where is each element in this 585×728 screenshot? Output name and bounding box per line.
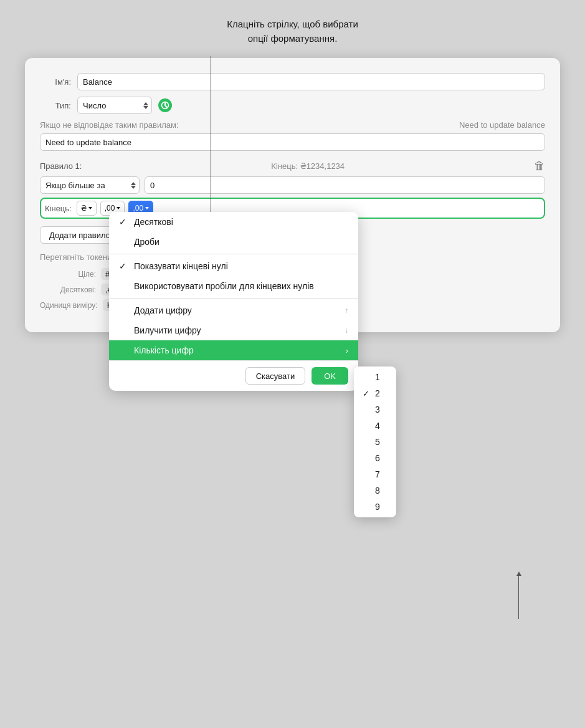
green-spinner[interactable] bbox=[158, 98, 172, 112]
check-icon-decimals: ✓ bbox=[119, 217, 130, 227]
menu-item-decimals[interactable]: ✓ Десяткові bbox=[109, 212, 358, 232]
if-not-hint: Need to update balance bbox=[459, 120, 545, 130]
delete-rule-icon[interactable]: 🗑 bbox=[534, 160, 545, 173]
condition-select[interactable]: Якщо більше за bbox=[40, 176, 140, 194]
unit-label: Одиниця виміру: bbox=[40, 301, 98, 310]
number-item-4[interactable]: 4 bbox=[354, 418, 396, 434]
decimal2-dropdown-arrow bbox=[145, 207, 149, 209]
rule-result-text: Кінець: ₴1234,1234 bbox=[271, 161, 345, 171]
currency-segment[interactable]: ₴ bbox=[77, 201, 97, 216]
number-item-7[interactable]: 7 bbox=[354, 466, 396, 482]
cond-arrow-up-icon bbox=[131, 182, 136, 185]
number-submenu: 1 ✓ 2 3 4 5 6 7 8 9 bbox=[354, 366, 396, 517]
condition-value-input[interactable] bbox=[145, 176, 545, 194]
if-not-label: Якщо не відповідає таким правилам: bbox=[40, 120, 179, 130]
type-select[interactable]: Число bbox=[77, 97, 152, 114]
name-row: Ім'я: bbox=[40, 73, 545, 90]
message-input[interactable] bbox=[40, 133, 545, 151]
menu-item-trailing-zeros[interactable]: ✓ Показувати кінцеві нулі bbox=[109, 256, 358, 276]
down-arrow-icon: ↓ bbox=[345, 326, 348, 335]
message-row bbox=[40, 133, 545, 151]
decimal1-dropdown-arrow bbox=[117, 207, 120, 209]
menu-item-spaces[interactable]: Використовувати пробіли для кінцевих нул… bbox=[109, 276, 358, 296]
decimal1-value: ,00 bbox=[105, 204, 115, 213]
up-arrow-icon: ↑ bbox=[345, 306, 348, 315]
condition-row: Якщо більше за bbox=[40, 176, 545, 194]
menu-item-add-digit[interactable]: Додати цифру ↑ bbox=[109, 300, 358, 320]
currency-dropdown-arrow bbox=[88, 207, 92, 209]
menu-item-digit-count[interactable]: Кількість цифр › bbox=[109, 340, 358, 360]
cond-arrow-down-icon bbox=[131, 186, 136, 189]
decimal-label: Десяткові: bbox=[40, 285, 96, 294]
menu-item-fractions[interactable]: Дроби bbox=[109, 232, 358, 252]
cancel-button[interactable]: Скасувати bbox=[245, 367, 306, 385]
name-label: Ім'я: bbox=[40, 77, 71, 87]
whole-label: Ціле: bbox=[40, 270, 96, 279]
condition-select-wrapper: Якщо більше за bbox=[40, 176, 140, 194]
type-row: Тип: Число bbox=[40, 97, 545, 114]
condition-select-arrows bbox=[131, 182, 136, 189]
rule-label: Правило 1: bbox=[40, 161, 82, 171]
number-item-8[interactable]: 8 bbox=[354, 482, 396, 499]
format-dropdown-menu: ✓ Десяткові Дроби ✓ Показувати кінцеві н… bbox=[109, 212, 358, 391]
name-input[interactable] bbox=[77, 73, 545, 90]
ok-button[interactable]: OK bbox=[312, 367, 348, 385]
menu-divider-1 bbox=[109, 254, 358, 254]
add-rule-button[interactable]: Додати правило bbox=[40, 226, 120, 244]
number-item-9[interactable]: 9 bbox=[354, 499, 396, 515]
type-select-wrapper: Число bbox=[77, 97, 152, 114]
number-item-5[interactable]: 5 bbox=[354, 434, 396, 450]
type-select-arrows bbox=[143, 102, 148, 109]
format-label: Кінець: bbox=[45, 204, 72, 213]
if-not-match-row: Якщо не відповідає таким правилам: Need … bbox=[40, 120, 545, 130]
arrow-down-icon bbox=[143, 106, 148, 109]
menu-item-remove-digit[interactable]: Вилучити цифру ↓ bbox=[109, 320, 358, 340]
check-icon-trailing: ✓ bbox=[119, 261, 130, 271]
number-item-2[interactable]: ✓ 2 bbox=[354, 385, 396, 401]
type-label: Тип: bbox=[40, 101, 71, 110]
rule-label-row: Правило 1: Кінець: ₴1234,1234 🗑 bbox=[40, 160, 545, 173]
number-item-1[interactable]: 1 bbox=[354, 369, 396, 385]
currency-symbol: ₴ bbox=[81, 204, 87, 213]
dialog-footer: Скасувати OK bbox=[109, 360, 358, 391]
chevron-right-icon: › bbox=[346, 346, 348, 355]
annotation-top: Клацніть стрілку, щоб вибрати опції форм… bbox=[0, 0, 585, 58]
menu-divider-2 bbox=[109, 298, 358, 299]
decimal2-value: ,00 bbox=[133, 204, 143, 213]
annotation-arrow-bottom bbox=[518, 575, 519, 619]
number-item-3[interactable]: 3 bbox=[354, 401, 396, 418]
arrow-up-icon bbox=[143, 102, 148, 105]
number-item-6[interactable]: 6 bbox=[354, 450, 396, 466]
